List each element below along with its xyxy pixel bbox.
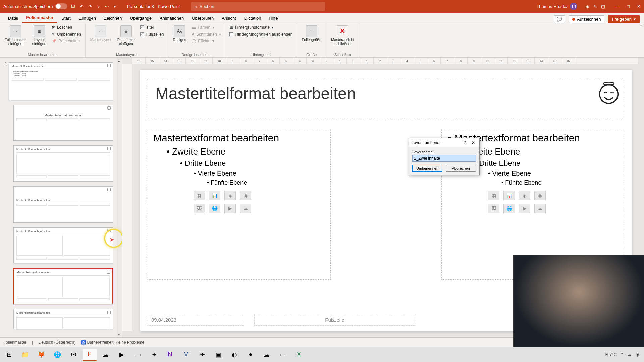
powerpoint-icon[interactable]: P [83, 349, 97, 361]
collapse-ribbon-icon[interactable]: ˄ [638, 23, 644, 57]
insert-smartart-icon[interactable]: ◈ [224, 191, 236, 200]
file-explorer-icon[interactable]: 📁 [18, 349, 32, 361]
dialog-titlebar[interactable]: Layout umbene... ? ✕ [409, 138, 479, 147]
minimize-icon[interactable]: — [615, 4, 620, 9]
thumb-layout-5-selected[interactable]: Mastertitelformat bearbeiten [13, 268, 113, 304]
insert-3d-icon[interactable]: ◉ [240, 191, 251, 200]
redo-icon[interactable]: ↷ [88, 4, 92, 9]
tab-animationen[interactable]: Animationen [156, 14, 188, 23]
outlook-icon[interactable]: ✉ [66, 349, 80, 361]
toggle-switch-icon[interactable] [55, 3, 67, 9]
weather-widget[interactable]: ☀ 7°C [604, 352, 617, 357]
insert-chart-icon[interactable]: 📊 [503, 191, 515, 200]
layoutname-input[interactable] [412, 155, 476, 162]
tray-chevron-icon[interactable]: ˄ [621, 352, 623, 357]
insert-placeholder-button[interactable]: ⊞ Platzhalter einfügen [116, 25, 136, 46]
app-icon[interactable]: ☁ [99, 349, 113, 361]
title-checkbox[interactable]: ✓Titel [140, 25, 165, 30]
vlc-icon[interactable]: ▶ [115, 349, 129, 361]
thumbnail-pane[interactable]: 1 Mastertitelformat bearbeiten • Mastert… [0, 58, 122, 337]
tab-einfuegen[interactable]: Einfügen [75, 14, 100, 23]
insert-online-picture-icon[interactable]: 🌐 [209, 204, 220, 213]
pen-icon[interactable]: ✎ [593, 4, 597, 9]
app3-icon[interactable]: ✦ [147, 349, 161, 361]
delete-button[interactable]: ✖Löschen [51, 25, 82, 30]
dialog-help-icon[interactable]: ? [461, 140, 468, 145]
tab-ansicht[interactable]: Ansicht [218, 14, 240, 23]
telegram-icon[interactable]: ✈ [195, 349, 209, 361]
rename-confirm-button[interactable]: Umbenennen [412, 165, 442, 172]
scroll-down-icon[interactable]: ▾ [116, 331, 122, 337]
more-icon[interactable]: ⋯ [105, 4, 109, 9]
excel-icon[interactable]: X [292, 349, 306, 361]
thumb-layout-4[interactable]: Mastertitelformat bearbeiten [13, 227, 113, 263]
tray-app-icon[interactable]: ◉ [636, 352, 639, 357]
insert-picture-icon[interactable]: 🖼 [194, 204, 205, 213]
qat-dropdown-icon[interactable]: ▾ [114, 4, 116, 9]
insert-video-icon[interactable]: ▶ [519, 204, 530, 213]
vertical-ruler[interactable] [122, 64, 132, 331]
user-account[interactable]: Thomas Hruska TH [536, 3, 577, 10]
footer-placeholder[interactable]: Fußzeile [254, 314, 415, 326]
thumb-layout-1[interactable]: Mastertitelformat bearbeiten [13, 105, 113, 141]
tab-folienmaster[interactable]: Folienmaster [22, 13, 57, 23]
footers-checkbox[interactable]: ✓Fußzeilen [140, 32, 165, 37]
thumbnail-scrollbar[interactable]: ▴ ▾ [116, 58, 122, 337]
visio-icon[interactable]: V [179, 349, 193, 361]
rename-button[interactable]: ✎Umbenennen [51, 32, 82, 37]
accessibility-status[interactable]: ♿ Barrierefreiheit: Keine Probleme [81, 340, 144, 345]
hide-background-checkbox[interactable]: Hintergrundgrafiken ausblenden [229, 32, 293, 37]
tab-zeichnen[interactable]: Zeichnen [100, 14, 126, 23]
insert-layout-button[interactable]: ▦ Layout einfügen [31, 25, 48, 46]
system-tray[interactable]: ☀ 7°C ˄ ☁ ◉ [604, 352, 642, 357]
thumb-layout-6[interactable]: Mastertitelformat bearbeiten [13, 309, 113, 329]
app2-icon[interactable]: ▭ [131, 349, 145, 361]
save-icon[interactable]: 🖫 [71, 4, 75, 9]
insert-slide-master-button[interactable]: ▭ Folienmaster einfügen [3, 25, 28, 46]
maximize-icon[interactable]: □ [627, 4, 630, 9]
onenote-icon[interactable]: N [163, 349, 177, 361]
insert-online-picture-icon[interactable]: 🌐 [503, 204, 515, 213]
cloud-sync-icon[interactable]: ☁ [627, 352, 632, 357]
thumb-layout-3[interactable]: Mastertitelformat bearbeiten [13, 186, 113, 223]
content-placeholder-left[interactable]: Mastertextformat bearbeiten • Zweite Ebe… [147, 129, 331, 280]
start-from-beginning-icon[interactable]: ▷ [97, 4, 100, 9]
tab-datei[interactable]: Datei [4, 14, 22, 23]
rename-cancel-button[interactable]: Abbrechen [446, 165, 476, 172]
scroll-up-icon[interactable]: ▴ [116, 58, 122, 64]
app8-icon[interactable]: ▭ [276, 349, 290, 361]
dialog-close-icon[interactable]: ✕ [470, 140, 477, 145]
title-placeholder[interactable]: Mastertitelformat bearbeiten [147, 79, 625, 119]
search-box[interactable]: ⌕ [191, 2, 325, 11]
insert-icon-icon[interactable]: ☁ [534, 204, 546, 213]
diamond-icon[interactable]: ◈ [586, 4, 589, 9]
insert-chart-icon[interactable]: 📊 [209, 191, 220, 200]
thumb-layout-2[interactable]: Mastertitelformat bearbeiten [13, 145, 113, 182]
insert-icon-icon[interactable]: ☁ [240, 204, 251, 213]
insert-smartart-icon[interactable]: ◈ [519, 191, 530, 200]
insert-table-icon[interactable]: ▦ [194, 191, 205, 200]
status-language[interactable]: Deutsch (Österreich) [38, 340, 75, 345]
app4-icon[interactable]: ▣ [211, 349, 225, 361]
record-button[interactable]: Aufzeichnen [569, 15, 605, 23]
search-input[interactable] [200, 4, 322, 9]
window-icon[interactable]: ▢ [601, 4, 605, 9]
tab-uebergaenge[interactable]: Übergänge [126, 14, 156, 23]
close-master-view-button[interactable]: ✕ Masteransicht schließen [330, 25, 355, 46]
undo-icon[interactable]: ↶ [80, 4, 84, 9]
app5-icon[interactable]: ◐ [227, 349, 241, 361]
tab-dictation[interactable]: Dictation [240, 14, 265, 23]
autosave-toggle[interactable]: Automatisches Speichern [3, 3, 67, 9]
chrome-icon[interactable]: 🌐 [50, 349, 64, 361]
tab-start[interactable]: Start [57, 14, 74, 23]
share-button[interactable]: Freigeben▾ [608, 15, 640, 23]
slide-size-button[interactable]: ▭ Foliengröße [300, 25, 323, 42]
themes-button[interactable]: Aᴀ Designs [172, 25, 188, 42]
date-placeholder[interactable]: 09.04.2023 [147, 314, 244, 326]
start-menu-icon[interactable]: ⊞ [2, 349, 16, 361]
app6-icon[interactable]: ● [244, 349, 258, 361]
horizontal-ruler[interactable]: 1615141312111098765432101234567891011121… [132, 58, 638, 64]
insert-picture-icon[interactable]: 🖼 [488, 204, 499, 213]
close-icon[interactable]: ✕ [637, 4, 641, 9]
app7-icon[interactable]: ☁ [260, 349, 274, 361]
